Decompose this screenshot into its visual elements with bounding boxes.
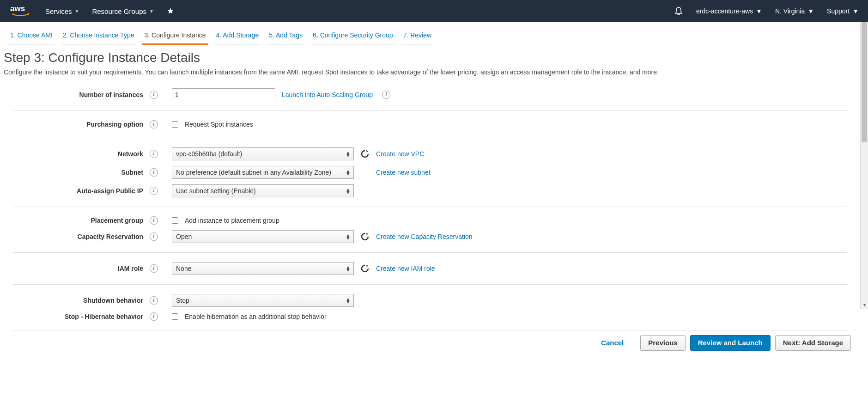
caret-down-icon: ▼	[852, 7, 859, 15]
label-subnet: Subnet	[13, 169, 147, 176]
row-subnet: Subnet i No preference (default subnet i…	[13, 163, 847, 182]
tab-configure-instance[interactable]: 3. Configure Instance	[142, 29, 207, 45]
info-icon[interactable]: i	[382, 91, 390, 99]
refresh-icon[interactable]	[360, 232, 370, 241]
hibernate-checkbox[interactable]	[172, 313, 178, 320]
info-icon[interactable]: i	[150, 312, 158, 321]
caret-down-icon: ▼	[807, 7, 814, 15]
wizard-tabs: 1. Choose AMI 2. Choose Instance Type 3.…	[0, 22, 860, 49]
wizard-footer: Cancel Previous Review and Launch Next: …	[0, 330, 860, 355]
caret-down-icon: ▼	[75, 9, 79, 14]
label-auto-assign-ip: Auto-assign Public IP	[13, 187, 147, 195]
account-menu[interactable]: erdc-accenture-aws ▼	[696, 7, 762, 15]
placement-group-check-label: Add instance to placement group	[185, 217, 279, 224]
row-shutdown-behavior: Shutdown behavior i Stop ▲▼	[13, 291, 847, 310]
info-icon[interactable]: i	[150, 232, 158, 241]
region-label: N. Virginia	[775, 7, 805, 15]
row-number-of-instances: Number of instances i Launch into Auto S…	[13, 85, 847, 104]
review-and-launch-button[interactable]: Review and Launch	[690, 335, 771, 351]
resource-groups-menu[interactable]: Resource Groups ▼	[92, 7, 153, 15]
scroll-down-icon[interactable]: ▾	[861, 301, 868, 309]
row-network: Network i vpc-c05b69ba (default) ▲▼ Crea…	[13, 145, 847, 163]
top-right: erdc-accenture-aws ▼ N. Virginia ▼ Suppo…	[674, 6, 859, 16]
refresh-icon[interactable]	[360, 264, 370, 273]
aws-logo[interactable]: aws	[9, 5, 31, 18]
shutdown-behavior-select[interactable]: Stop ▲▼	[172, 294, 354, 307]
tab-review[interactable]: 7. Review	[401, 29, 433, 45]
tab-choose-instance-type[interactable]: 2. Choose Instance Type	[61, 29, 136, 45]
select-arrows-icon: ▲▼	[346, 151, 351, 157]
row-purchasing-option: Purchasing option i Request Spot instanc…	[13, 117, 847, 131]
aws-logo-icon: aws	[9, 5, 31, 18]
page-title: Step 3: Configure Instance Details	[0, 49, 860, 68]
launch-asg-link[interactable]: Launch into Auto Scaling Group	[282, 91, 373, 98]
resource-groups-label: Resource Groups	[92, 7, 146, 15]
label-shutdown-behavior: Shutdown behavior	[13, 297, 147, 304]
capacity-reservation-select[interactable]: Open ▲▼	[172, 230, 354, 243]
select-arrows-icon: ▲▼	[346, 298, 351, 303]
previous-button[interactable]: Previous	[640, 335, 685, 351]
region-menu[interactable]: N. Virginia ▼	[775, 7, 814, 15]
select-arrows-icon: ▲▼	[346, 234, 351, 239]
info-icon[interactable]: i	[150, 296, 158, 305]
label-placement-group: Placement group	[13, 217, 147, 224]
info-icon[interactable]: i	[150, 216, 158, 225]
create-capacity-link[interactable]: Create new Capacity Reservation	[376, 233, 473, 240]
svg-text:aws: aws	[10, 5, 25, 13]
shutdown-behavior-value: Stop	[176, 297, 189, 304]
tab-choose-ami[interactable]: 1. Choose AMI	[8, 29, 55, 45]
page-description: Configure the instance to suit your requ…	[0, 68, 860, 84]
pin-icon[interactable]	[167, 7, 174, 15]
network-value: vpc-c05b69ba (default)	[176, 150, 242, 158]
label-hibernate-behavior: Stop - Hibernate behavior	[13, 313, 147, 320]
create-iam-link[interactable]: Create new IAM role	[376, 265, 435, 272]
top-nav: aws Services ▼ Resource Groups ▼ erdc-ac…	[0, 0, 868, 22]
label-number-of-instances: Number of instances	[13, 91, 147, 98]
row-hibernate-behavior: Stop - Hibernate behavior i Enable hiber…	[13, 310, 847, 324]
tab-add-storage[interactable]: 4. Add Storage	[214, 29, 261, 45]
label-capacity-reservation: Capacity Reservation	[13, 233, 147, 240]
row-auto-assign-ip: Auto-assign Public IP i Use subnet setti…	[13, 182, 847, 200]
scroll-thumb[interactable]	[862, 22, 867, 142]
subnet-value: No preference (default subnet in any Ava…	[176, 169, 331, 176]
row-capacity-reservation: Capacity Reservation i Open ▲▼ Create ne…	[13, 227, 847, 246]
row-placement-group: Placement group i Add instance to placem…	[13, 214, 847, 227]
request-spot-checkbox[interactable]	[172, 121, 178, 128]
info-icon[interactable]: i	[150, 120, 158, 128]
auto-assign-ip-value: Use subnet setting (Enable)	[176, 187, 256, 195]
label-purchasing-option: Purchasing option	[13, 121, 147, 128]
select-arrows-icon: ▲▼	[346, 266, 351, 271]
placement-group-checkbox[interactable]	[172, 217, 178, 224]
account-label: erdc-accenture-aws	[696, 7, 753, 15]
auto-assign-ip-select[interactable]: Use subnet setting (Enable) ▲▼	[172, 184, 354, 197]
support-menu[interactable]: Support ▼	[827, 7, 859, 15]
services-menu[interactable]: Services ▼	[45, 7, 79, 15]
info-icon[interactable]: i	[150, 91, 158, 99]
info-icon[interactable]: i	[150, 264, 158, 273]
vertical-scrollbar[interactable]: ▴ ▾	[860, 22, 868, 309]
refresh-icon[interactable]	[360, 149, 370, 159]
cancel-button[interactable]: Cancel	[594, 335, 631, 351]
capacity-reservation-value: Open	[176, 233, 192, 240]
create-subnet-link[interactable]: Create new subnet	[376, 169, 431, 176]
network-select[interactable]: vpc-c05b69ba (default) ▲▼	[172, 147, 354, 160]
next-add-storage-button[interactable]: Next: Add Storage	[775, 335, 851, 351]
create-vpc-link[interactable]: Create new VPC	[376, 150, 424, 158]
number-of-instances-input[interactable]	[172, 88, 275, 101]
services-label: Services	[45, 7, 72, 15]
caret-down-icon: ▼	[149, 9, 154, 14]
request-spot-label: Request Spot instances	[185, 121, 253, 128]
info-icon[interactable]: i	[150, 150, 158, 158]
hibernate-check-label: Enable hibernation as an additional stop…	[185, 313, 327, 320]
info-icon[interactable]: i	[150, 187, 158, 195]
iam-role-select[interactable]: None ▲▼	[172, 262, 354, 275]
label-iam-role: IAM role	[13, 265, 147, 272]
notifications-icon[interactable]	[674, 6, 683, 16]
tab-configure-security-group[interactable]: 6. Configure Security Group	[311, 29, 395, 45]
caret-down-icon: ▼	[756, 7, 762, 15]
select-arrows-icon: ▲▼	[346, 188, 351, 194]
row-iam-role: IAM role i None ▲▼ Create new IAM role	[13, 259, 847, 278]
tab-add-tags[interactable]: 5. Add Tags	[267, 29, 304, 45]
subnet-select[interactable]: No preference (default subnet in any Ava…	[172, 166, 354, 179]
info-icon[interactable]: i	[150, 168, 158, 177]
